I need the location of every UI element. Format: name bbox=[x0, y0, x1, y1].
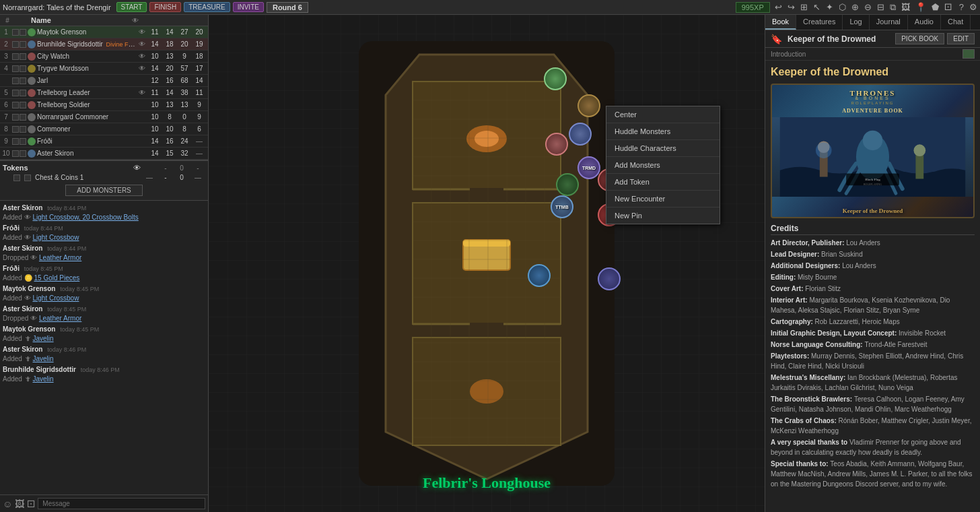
grid-icon[interactable]: ⊟ bbox=[875, 2, 886, 12]
chat-item[interactable]: 15 Gold Pieces bbox=[34, 274, 79, 282]
initiative-row[interactable]: 9 Fróði 14 16 24 — bbox=[0, 135, 208, 148]
pick-book-button[interactable]: PICK BOOK bbox=[895, 33, 944, 44]
row-index: 5 bbox=[1, 89, 11, 96]
redo-icon[interactable]: ↪ bbox=[785, 2, 797, 12]
tab-chat[interactable]: Chat bbox=[941, 15, 971, 30]
token-marker[interactable] bbox=[528, 264, 551, 287]
initiative-row[interactable]: 1 Maytok Grenson 👁 11 14 27 20 bbox=[0, 26, 208, 38]
cursor-icon[interactable]: ↖ bbox=[811, 2, 823, 12]
credit-value: Rob Lazzaretti, Heroic Maps bbox=[815, 318, 900, 325]
dice-icon[interactable]: ⚀ bbox=[942, 2, 954, 12]
ctx-center[interactable]: Center bbox=[606, 106, 720, 123]
ctx-huddle-characters[interactable]: Huddle Characters bbox=[606, 140, 720, 157]
settings-icon[interactable]: ⚙ bbox=[969, 2, 977, 12]
tab-journal[interactable]: Journal bbox=[870, 15, 908, 30]
tab-log[interactable]: Log bbox=[843, 15, 869, 30]
initiative-row[interactable]: 5 Trelleborg Leader 👁 11 14 38 11 bbox=[0, 87, 208, 99]
eye-icon[interactable]: 👁 bbox=[137, 28, 147, 36]
initiative-row[interactable]: Jarl 12 16 68 14 bbox=[0, 75, 208, 87]
initiative-row[interactable]: 4 Trygve Mordsson 👁 14 20 57 17 bbox=[0, 63, 208, 75]
pin-icon[interactable]: 📍 bbox=[913, 2, 928, 12]
initiative-row[interactable]: 6 Trelleborg Soldier 10 13 13 9 bbox=[0, 99, 208, 111]
chat-entry: Fróði today 8:45 PM Added 🪙 15 Gold Piec… bbox=[3, 264, 205, 283]
initiative-row[interactable]: 7 Norranrgard Commoner 10 8 0 9 bbox=[0, 111, 208, 123]
eye-icon[interactable]: 👁 bbox=[137, 53, 147, 60]
chat-item[interactable]: Javelin bbox=[32, 375, 53, 383]
map-icon[interactable]: ⊞ bbox=[798, 2, 810, 12]
image-icon[interactable]: 🖼 bbox=[899, 2, 912, 12]
ctx-huddle-monsters[interactable]: Huddle Monsters bbox=[606, 123, 720, 140]
token-marker[interactable]: TRMD bbox=[578, 156, 600, 179]
image-attach-icon[interactable]: 🖼 bbox=[15, 499, 24, 509]
ctx-new-encounter[interactable]: New Encounter bbox=[606, 191, 720, 207]
dice-chat-icon[interactable]: ⚀ bbox=[27, 499, 35, 509]
chat-entry: Aster Skiron today 8:46 PM Added 🗡 Javel… bbox=[3, 345, 205, 364]
tab-book[interactable]: Book bbox=[765, 15, 796, 30]
row-checks bbox=[12, 90, 26, 96]
chat-item[interactable]: Leather Armor bbox=[39, 315, 81, 322]
row-v4: 19 bbox=[192, 40, 207, 48]
chat-item[interactable]: Javelin bbox=[32, 355, 53, 362]
emoji-icon[interactable]: ☺ bbox=[3, 499, 12, 509]
eye-icon[interactable]: 👁 bbox=[137, 89, 147, 96]
check1 bbox=[12, 65, 19, 72]
ctx-add-monsters[interactable]: Add Monsters bbox=[606, 157, 720, 174]
start-button[interactable]: START bbox=[116, 2, 147, 12]
check2 bbox=[24, 174, 31, 181]
eye-icon[interactable]: 👁 bbox=[137, 65, 147, 72]
token-marker[interactable]: TTMB bbox=[551, 195, 573, 218]
chat-item[interactable]: Javelin bbox=[32, 335, 53, 342]
initiative-row[interactable]: 8 Commoner 10 10 8 6 bbox=[0, 123, 208, 135]
row-name: Norranrgard Commoner bbox=[37, 113, 137, 121]
row-v2: 14 bbox=[162, 28, 177, 36]
token-row[interactable]: Chest & Coins 1 — - 0 — bbox=[0, 173, 208, 182]
svg-rect-44 bbox=[915, 154, 923, 179]
eye-icon[interactable]: 👁 bbox=[137, 40, 147, 48]
tab-audio[interactable]: Audio bbox=[908, 15, 941, 30]
minimap-thumbnail[interactable] bbox=[963, 49, 975, 59]
row-v2: 13 bbox=[162, 53, 177, 60]
token-marker[interactable] bbox=[544, 67, 567, 90]
zoom-in-icon[interactable]: ⊕ bbox=[849, 2, 861, 12]
ctx-new-pin[interactable]: New Pin bbox=[606, 207, 720, 224]
token-marker[interactable] bbox=[545, 133, 568, 156]
token-marker[interactable] bbox=[569, 123, 592, 146]
zoom-out-icon[interactable]: ⊖ bbox=[862, 2, 874, 12]
treasure-button[interactable]: TREASURE bbox=[184, 2, 230, 12]
avatar bbox=[28, 89, 36, 97]
map-area[interactable]: TRMD TTMB Felbrir's Longhouse Center Hud… bbox=[209, 15, 765, 512]
token-marker[interactable] bbox=[598, 267, 621, 290]
chat-time: today 8:44 PM bbox=[47, 205, 86, 212]
credit-label: Cartography: bbox=[771, 318, 815, 325]
invite-button[interactable]: INVITE bbox=[233, 2, 264, 12]
map-image bbox=[359, 41, 615, 486]
section-label: Introduction bbox=[771, 51, 806, 58]
initiative-row[interactable]: 2 Brunhilde Sigridsdottir Divine Favor 1… bbox=[0, 38, 208, 51]
undo-icon[interactable]: ↩ bbox=[773, 2, 784, 12]
layers-icon[interactable]: ⧉ bbox=[888, 2, 898, 13]
tab-creatures[interactable]: Creatures bbox=[796, 15, 843, 30]
row-checks bbox=[12, 29, 26, 36]
initiative-row[interactable]: 3 City Watch 👁 10 13 9 18 bbox=[0, 51, 208, 63]
check1 bbox=[12, 53, 19, 60]
chat-item[interactable]: Light Crossbow bbox=[32, 234, 79, 241]
finish-button[interactable]: FINISH bbox=[149, 2, 181, 12]
measure-icon[interactable]: ⬡ bbox=[837, 2, 848, 12]
pointer-icon[interactable]: ✦ bbox=[824, 2, 835, 12]
row-index: 1 bbox=[1, 28, 11, 36]
initiative-row[interactable]: 10 Aster Skiron 14 15 32 — bbox=[0, 148, 208, 160]
help-icon[interactable]: ? bbox=[959, 2, 964, 12]
chat-message-input[interactable] bbox=[38, 498, 205, 509]
token-marker[interactable] bbox=[578, 94, 600, 117]
token-header: Tokens 👁 - 0 - bbox=[0, 162, 208, 173]
chat-item[interactable]: Leather Armor bbox=[39, 254, 81, 261]
chat-item[interactable]: Light Crossbow bbox=[32, 294, 79, 302]
row-checks bbox=[12, 102, 26, 108]
add-monsters-button[interactable]: ADD MONSTERS bbox=[65, 185, 143, 196]
avatar bbox=[28, 150, 36, 158]
token-marker[interactable] bbox=[556, 173, 579, 196]
chat-item[interactable]: Light Crossbow, 20 Crossbow Bolts bbox=[32, 214, 138, 221]
token-icon[interactable]: ⬟ bbox=[930, 2, 941, 12]
ctx-add-token[interactable]: Add Token bbox=[606, 174, 720, 191]
edit-button[interactable]: EDIT bbox=[947, 33, 975, 44]
